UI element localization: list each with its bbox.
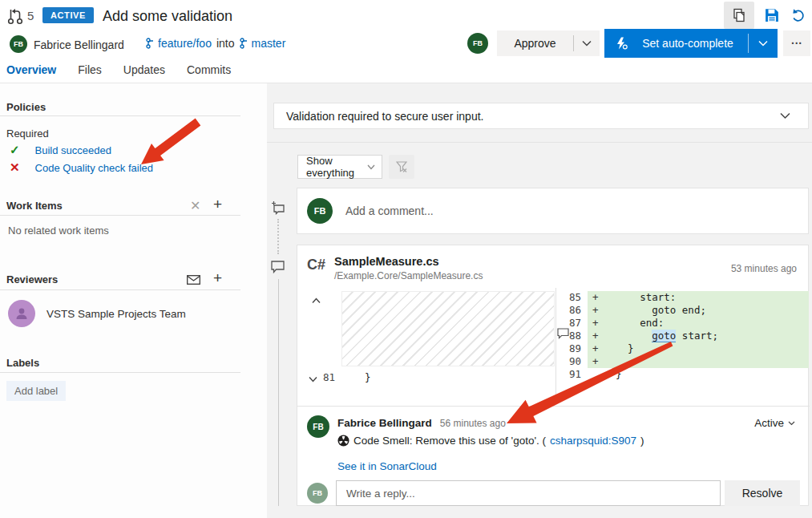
auto-complete-dropdown-chevron[interactable] xyxy=(749,40,778,47)
timeline-line xyxy=(278,279,279,506)
banner-expand-chevron[interactable] xyxy=(780,112,790,119)
labels-title: Labels xyxy=(6,357,39,369)
source-branch-link[interactable]: feature/foo xyxy=(158,37,212,50)
x-icon: ✕ xyxy=(10,160,20,175)
target-branch-link[interactable]: master xyxy=(252,37,286,50)
expand-up-chevron[interactable] xyxy=(312,294,321,306)
banner-text: Validation required to secure user input… xyxy=(286,110,483,123)
file-timestamp: 53 minutes ago xyxy=(731,263,797,274)
diff-sign: + xyxy=(588,291,604,304)
comment-timestamp: 56 minutes ago xyxy=(440,418,506,429)
filter-x-icon xyxy=(396,161,407,172)
tab-files[interactable]: Files xyxy=(78,63,102,76)
mail-icon[interactable] xyxy=(187,275,200,287)
reviewers-title: Reviewers xyxy=(6,273,58,285)
diff-line: 91 } xyxy=(557,368,809,381)
file-name[interactable]: SampleMeasure.cs xyxy=(334,255,439,268)
tab-updates[interactable]: Updates xyxy=(123,63,165,76)
diff-sign: + xyxy=(588,304,604,317)
file-path: /Example.Core/SampleMeasure.cs xyxy=(334,270,483,281)
line-number: 91 xyxy=(557,368,588,381)
undo-button[interactable] xyxy=(787,4,810,26)
line-comment-marker[interactable] xyxy=(557,328,569,342)
code-text: } xyxy=(604,368,622,381)
comment-author-avatar: FB xyxy=(307,415,329,438)
copy-button[interactable] xyxy=(724,2,754,29)
code-text: goto start; xyxy=(604,330,718,342)
approve-button[interactable]: Approve xyxy=(497,30,600,56)
add-work-item-icon[interactable]: + xyxy=(213,196,222,213)
code-text: end: xyxy=(604,317,664,330)
diff-sign: + xyxy=(588,342,604,355)
comment-status-dropdown[interactable]: Active xyxy=(754,417,795,429)
branch-icon xyxy=(146,38,156,49)
reply-input[interactable] xyxy=(336,480,721,506)
code-text: start: xyxy=(604,291,676,304)
diff-line: 85+ start: xyxy=(557,291,809,304)
clear-filter-button[interactable] xyxy=(389,155,414,179)
expand-down-chevron[interactable] xyxy=(309,373,317,385)
copy-icon xyxy=(733,8,745,22)
divider xyxy=(0,372,240,373)
save-button[interactable] xyxy=(760,4,784,26)
diff-sign: + xyxy=(588,317,604,330)
diff-added-lines: 85+ start:86+ goto end;87+ end:88+ goto … xyxy=(557,291,809,381)
more-options-button[interactable]: ··· xyxy=(783,30,810,56)
timeline-dotted-line xyxy=(277,219,279,254)
diff-sign: + xyxy=(588,355,604,368)
left-line-number: 81 xyxy=(323,371,335,383)
team-avatar xyxy=(8,300,35,327)
add-reviewer-icon[interactable]: + xyxy=(213,269,222,287)
into-label: into xyxy=(216,37,235,50)
diff-line: 88+ goto start; xyxy=(557,330,809,342)
auto-complete-icon xyxy=(616,37,628,50)
undo-icon xyxy=(791,8,806,22)
line-number: 85 xyxy=(557,291,588,304)
tab-commits[interactable]: Commits xyxy=(187,63,231,76)
policies-title: Policies xyxy=(6,101,46,113)
code-smell-icon xyxy=(337,435,349,447)
sonarcloud-link[interactable]: See it in SonarCloud xyxy=(337,460,437,472)
comment-message: Code Smell: Remove this use of 'goto'. ( xyxy=(353,435,546,447)
approve-dropdown-chevron[interactable] xyxy=(574,40,600,47)
rule-link[interactable]: csharpsquid:S907 xyxy=(550,435,636,447)
add-label-button[interactable]: Add label xyxy=(6,381,66,401)
file-card: C# SampleMeasure.cs /Example.Core/Sample… xyxy=(297,245,809,506)
reviewer-name: VSTS Sample Projects Team xyxy=(46,308,186,320)
policy-build-succeeded-link[interactable]: Build succeeded xyxy=(35,144,111,156)
user-avatar[interactable]: FB xyxy=(467,33,488,54)
code-text: goto end; xyxy=(604,304,706,317)
policy-code-quality-link[interactable]: Code Quality check failed xyxy=(35,162,153,174)
line-number: 86 xyxy=(557,304,588,317)
filter-dropdown[interactable]: Show everything xyxy=(297,155,382,179)
pr-number: 5 xyxy=(27,9,34,22)
diff-sign xyxy=(588,368,604,381)
comment-bubble-icon xyxy=(271,261,285,276)
diff-line: 87+ end: xyxy=(557,317,809,330)
divider xyxy=(0,115,240,116)
validation-banner[interactable]: Validation required to secure user input… xyxy=(273,103,809,129)
reviewer-row[interactable]: VSTS Sample Projects Team xyxy=(8,300,186,327)
author-avatar: FB xyxy=(10,35,27,53)
add-comment-icon[interactable] xyxy=(271,200,285,217)
divider xyxy=(0,215,240,216)
commenter-avatar: FB xyxy=(307,198,333,224)
status-badge: ACTIVE xyxy=(42,7,94,23)
line-number: 90 xyxy=(557,355,588,368)
highlighted-token: goto xyxy=(652,330,676,342)
pull-request-icon xyxy=(6,6,24,28)
left-code: } xyxy=(365,371,371,383)
branch-icon xyxy=(240,38,249,49)
add-comment-input[interactable]: Add a comment... xyxy=(345,204,434,217)
divider xyxy=(0,289,240,290)
resolve-button[interactable]: Resolve xyxy=(725,480,800,506)
tab-overview[interactable]: Overview xyxy=(6,63,56,76)
collapsed-diff-region xyxy=(341,291,555,366)
add-comment-card[interactable]: FB Add a comment... xyxy=(297,188,809,234)
clear-work-items-icon[interactable]: ✕ xyxy=(190,198,200,213)
comment-author-name: Fabrice Bellingard xyxy=(337,417,432,429)
dropdown-chevron-icon xyxy=(367,164,375,170)
diff-pane-divider xyxy=(555,288,556,397)
set-auto-complete-button[interactable]: Set auto-complete xyxy=(604,29,778,58)
diff-line: 89+ } xyxy=(557,342,809,355)
